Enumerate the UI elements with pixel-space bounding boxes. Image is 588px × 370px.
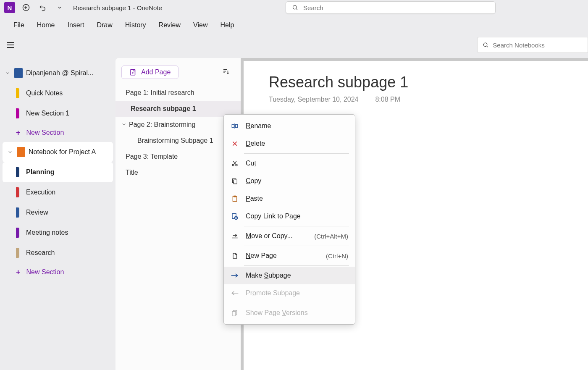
- section-row[interactable]: Quick Notes: [0, 83, 116, 103]
- hamburger-button[interactable]: [4, 39, 17, 51]
- search-notebooks-box[interactable]: [477, 37, 588, 53]
- page-item[interactable]: Page 3: Template: [116, 149, 241, 165]
- section-row[interactable]: Research: [0, 243, 116, 263]
- section-color-tab: [16, 187, 19, 197]
- ctx-label: Rename: [246, 122, 271, 130]
- section-name: Quick Notes: [26, 89, 63, 97]
- chevron-down-icon: [4, 70, 11, 76]
- new-section-button[interactable]: +New Section: [0, 123, 116, 142]
- svg-line-22: [234, 161, 236, 165]
- sort-pages-button[interactable]: [222, 68, 231, 76]
- new-section-button[interactable]: +New Section: [0, 263, 116, 281]
- menu-file[interactable]: File: [13, 21, 24, 29]
- section-row[interactable]: Review: [0, 202, 116, 223]
- customize-qat-button[interactable]: [54, 2, 66, 13]
- add-page-icon: [129, 68, 137, 76]
- global-search-box[interactable]: [286, 1, 496, 14]
- copy-icon: [231, 177, 239, 185]
- menu-home[interactable]: Home: [37, 21, 55, 29]
- ctx-rename[interactable]: Rename: [224, 117, 355, 135]
- ctx-versions: Show Page Versions: [224, 304, 355, 322]
- page-label: Brainstorming Subpage 1: [137, 137, 213, 144]
- add-page-button[interactable]: Add Page: [121, 66, 178, 79]
- notebook-header[interactable]: Dipanjenah @ Spiral...: [0, 63, 116, 83]
- menu-history[interactable]: History: [125, 21, 146, 29]
- svg-rect-16: [236, 124, 238, 128]
- page-item[interactable]: Page 1: Initial research: [116, 85, 241, 101]
- section-color-tab: [16, 207, 19, 218]
- title-bar: N Research subpage 1 - OneNote: [0, 0, 588, 15]
- menu-review[interactable]: Review: [159, 21, 181, 29]
- ctx-cut[interactable]: Cut: [224, 155, 355, 172]
- menu-insert[interactable]: Insert: [67, 21, 84, 29]
- svg-rect-24: [234, 180, 237, 184]
- section-name: Meeting notes: [26, 229, 68, 236]
- ctx-link[interactable]: Copy Link to Page: [224, 207, 355, 225]
- delete-icon: [231, 139, 239, 148]
- promote-icon: [231, 289, 239, 297]
- search-icon: [292, 4, 298, 11]
- section-row[interactable]: Meeting notes: [0, 223, 116, 243]
- svg-rect-34: [232, 312, 236, 316]
- page-item[interactable]: Research subpage 1: [116, 101, 241, 117]
- ctx-label: Copy: [246, 177, 261, 185]
- rename-icon: [231, 122, 239, 130]
- page-item[interactable]: Brainstorming Subpage 1: [116, 133, 241, 149]
- ctx-label: Copy Link to Page: [246, 213, 301, 220]
- search-notebooks-input[interactable]: [493, 42, 583, 49]
- plus-icon: +: [16, 129, 21, 137]
- page-context-menu: Rename Delete Cut Copy Paste Copy Link t…: [223, 114, 355, 325]
- versions-icon: [231, 309, 239, 317]
- plus-icon: +: [16, 268, 21, 277]
- back-button[interactable]: [20, 2, 32, 13]
- section-row[interactable]: Planning: [3, 162, 113, 182]
- separator: [244, 153, 349, 154]
- notebook-icon: [14, 68, 23, 78]
- ctx-subpage[interactable]: Make Subpage: [224, 267, 355, 284]
- page-item[interactable]: Title: [116, 165, 241, 181]
- section-row[interactable]: Execution: [0, 182, 116, 202]
- page-label: Title: [126, 169, 138, 176]
- global-search-input[interactable]: [303, 4, 489, 11]
- undo-button[interactable]: [37, 2, 49, 13]
- ctx-label: Cut: [246, 160, 256, 167]
- menu-bar: FileHomeInsertDrawHistoryReviewViewHelp: [0, 15, 588, 35]
- page-item[interactable]: Page 2: Brainstorming: [116, 117, 241, 133]
- ctx-shortcut: (Ctrl+Alt+M): [314, 233, 348, 240]
- cut-icon: [231, 159, 239, 168]
- section-color-tab: [16, 228, 19, 238]
- page-date: Tuesday, September 10, 2024: [269, 96, 358, 103]
- ctx-copy[interactable]: Copy: [224, 172, 355, 190]
- ctx-label: Show Page Versions: [246, 309, 308, 317]
- page-title-input[interactable]: [269, 73, 437, 93]
- page-label: Page 3: Template: [126, 153, 178, 160]
- ctx-delete[interactable]: Delete: [224, 135, 355, 152]
- notebook-header[interactable]: Notebook for Project A: [3, 142, 113, 162]
- ctx-move[interactable]: Move or Copy... (Ctrl+Alt+M): [224, 227, 355, 245]
- menu-draw[interactable]: Draw: [97, 21, 112, 29]
- section-name: Review: [26, 209, 48, 216]
- paste-icon: [231, 194, 239, 203]
- newpage-icon: [231, 252, 239, 260]
- ctx-paste[interactable]: Paste: [224, 190, 355, 207]
- ctx-label: Delete: [246, 140, 265, 147]
- section-name: Planning: [26, 168, 55, 176]
- section-name: Research: [26, 249, 55, 257]
- ctx-newpage[interactable]: New Page (Ctrl+N): [224, 247, 355, 265]
- menu-help[interactable]: Help: [220, 21, 234, 29]
- page-time: 8:08 PM: [375, 96, 400, 103]
- ctx-promote: Promote Subpage: [224, 284, 355, 302]
- svg-line-3: [296, 9, 297, 10]
- svg-point-7: [483, 43, 487, 46]
- chevron-down-icon: [121, 121, 127, 129]
- search-icon: [483, 42, 488, 48]
- svg-point-2: [293, 5, 297, 9]
- section-row[interactable]: New Section 1: [0, 103, 116, 123]
- section-color-tab: [16, 108, 19, 118]
- ctx-shortcut: (Ctrl+N): [326, 252, 348, 260]
- window-title: Research subpage 1 - OneNote: [73, 4, 162, 11]
- menu-view[interactable]: View: [193, 21, 207, 29]
- chevron-down-icon: [7, 149, 13, 155]
- ctx-label: Move or Copy...: [246, 232, 293, 240]
- page-label: Page 1: Initial research: [126, 89, 194, 97]
